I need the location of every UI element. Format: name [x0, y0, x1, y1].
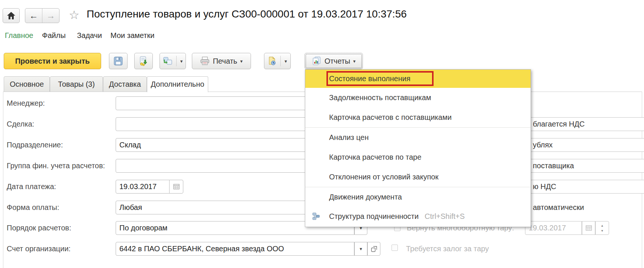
right-fragment-currency: ублях: [533, 138, 553, 152]
tab-label: Товары (3): [58, 80, 95, 89]
org-account-field[interactable]: 6442 в ПАО СБЕРБАНК, Северная звезда ООО: [116, 242, 354, 256]
menu-item-label: Структура подчиненности: [329, 212, 419, 221]
reminder-button[interactable]: ▾: [264, 53, 291, 69]
app-window: ← → ☆ Поступление товаров и услуг СЗ00-0…: [0, 0, 644, 268]
create-based-on-icon: [163, 57, 173, 66]
field-label-payment-form: Форма оплаты:: [7, 201, 59, 214]
payment-date-field[interactable]: 19.03.2017: [116, 180, 170, 194]
calendar-icon: [173, 184, 180, 189]
spinner-down-icon[interactable]: ▾: [601, 228, 603, 233]
menu-item-zadolzhennost-postavshchikam[interactable]: Задолженность поставщикам: [305, 88, 531, 108]
button-separator: [280, 56, 281, 66]
menu-item-label: Задолженность поставщикам: [329, 93, 431, 102]
menu-item-label: Анализ цен: [329, 133, 368, 142]
deposit-tare-checkbox[interactable]: [392, 245, 398, 251]
tab-label: Дополнительно: [151, 80, 205, 89]
post-and-close-button[interactable]: Провести и закрыть: [4, 53, 101, 69]
return-tare-date-spinner[interactable]: ▴ ▾: [595, 221, 609, 235]
tab-label: Доставка: [109, 80, 141, 89]
menu-item-label: Движения документа: [329, 193, 402, 201]
save-icon: [113, 56, 123, 66]
panel-border: [3, 92, 3, 268]
chevron-down-icon: ▾: [360, 246, 362, 251]
post-document-icon: [139, 56, 148, 66]
post-document-button[interactable]: [134, 53, 153, 69]
spinner-up-icon[interactable]: ▴: [601, 223, 603, 228]
field-label-manager: Менеджер:: [7, 96, 45, 110]
return-tare-calendar-button[interactable]: [582, 221, 595, 235]
tab-dostavka[interactable]: Доставка: [103, 76, 147, 92]
menu-item-struktura-podchinennosti[interactable]: Структура подчиненности Ctrl+Shift+S: [305, 207, 531, 226]
print-label: Печать: [213, 57, 237, 66]
field-label-org-account: Счет организации:: [7, 242, 71, 256]
create-based-on-button[interactable]: ▾: [160, 53, 186, 69]
reports-button[interactable]: Отчеты ▾: [305, 53, 363, 69]
right-fragment-supplier: поставщика: [533, 159, 574, 173]
save-button[interactable]: [109, 53, 128, 69]
right-fragment-automatic: автоматически: [533, 201, 584, 214]
field-label-payment-date: Дата платежа:: [7, 180, 56, 194]
tab-label: Основное: [10, 80, 44, 89]
post-and-close-label: Провести и закрыть: [15, 57, 90, 66]
nav-item-faily[interactable]: Файлы: [42, 31, 66, 40]
tab-tovary[interactable]: Товары (3): [50, 76, 103, 92]
chevron-down-icon[interactable]: ▾: [353, 59, 356, 64]
print-button[interactable]: Печать ▾: [192, 53, 251, 69]
field-label-podrazdelenie: Подразделение:: [7, 138, 63, 152]
right-fragment-incl-nds: ю НДС: [533, 180, 556, 194]
menu-item-label: Карточка расчетов по таре: [329, 153, 421, 162]
reports-label: Отчеты: [325, 57, 350, 66]
menu-item-otkloneniya-ot-usloviy-zakupok[interactable]: Отклонения от условий закупок: [305, 167, 531, 187]
menu-item-label: Отклонения от условий закупок: [329, 173, 438, 181]
nav-item-moi-zametki[interactable]: Мои заметки: [110, 31, 154, 40]
button-separator: [176, 56, 177, 66]
home-icon: [7, 12, 16, 20]
menu-item-label: Карточка расчетов с поставщиками: [329, 113, 452, 122]
right-fragment-nds: благается НДС: [533, 117, 585, 131]
org-account-open-button[interactable]: [367, 242, 380, 256]
org-account-dropdown-button[interactable]: ▾: [354, 242, 367, 256]
reports-dropdown-menu: Состояние выполнения Задолженность поста…: [305, 69, 531, 227]
page-title: Поступление товаров и услуг СЗ00-000001 …: [87, 8, 407, 20]
document-clock-icon: [268, 57, 277, 66]
back-button[interactable]: ←: [25, 9, 42, 23]
calendar-button[interactable]: [169, 180, 183, 194]
chevron-down-icon[interactable]: ▾: [284, 59, 287, 64]
reports-icon: [312, 56, 322, 66]
chevron-down-icon[interactable]: ▾: [180, 59, 183, 64]
nav-item-glavnoe[interactable]: Главное: [5, 31, 33, 40]
calendar-icon: [586, 225, 592, 231]
menu-shortcut: Ctrl+Shift+S: [425, 212, 465, 221]
red-annotation-box: [326, 71, 434, 86]
history-buttons: ← →: [25, 8, 59, 23]
deposit-tare-label: Требуется залог за тару: [406, 242, 489, 256]
nav-item-zadachi[interactable]: Задачи: [77, 31, 102, 40]
hierarchy-icon: [312, 212, 321, 221]
back-icon: ←: [29, 11, 38, 20]
print-icon: [200, 57, 210, 66]
field-label-settlement-order: Порядок расчетов:: [7, 221, 71, 235]
tab-dopolnitelno[interactable]: Дополнительно: [147, 76, 208, 92]
open-link-icon: [371, 246, 377, 252]
menu-item-dvizheniya-dokumenta[interactable]: Движения документа: [305, 187, 531, 207]
field-label-sdelka: Сделка:: [7, 117, 34, 131]
return-tare-date-field[interactable]: 19.03.2017: [525, 221, 582, 235]
menu-item-analiz-tsen[interactable]: Анализ цен: [305, 128, 531, 147]
tab-osnovnoe[interactable]: Основное: [4, 76, 50, 92]
field-label-fin-group: Группа фин. учета расчетов:: [7, 159, 105, 173]
favorite-star-icon[interactable]: ☆: [69, 9, 80, 21]
menu-item-kartochka-raschetov-po-tare[interactable]: Карточка расчетов по таре: [305, 147, 531, 167]
menu-item-sostoyanie-vypolneniya[interactable]: Состояние выполнения: [305, 70, 531, 88]
menu-item-kartochka-raschetov-s-postavshchikami[interactable]: Карточка расчетов с поставщиками: [305, 108, 531, 127]
chevron-down-icon[interactable]: ▾: [240, 59, 243, 64]
forward-button[interactable]: →: [42, 9, 59, 23]
forward-icon: →: [46, 11, 55, 20]
home-button[interactable]: [3, 8, 20, 23]
